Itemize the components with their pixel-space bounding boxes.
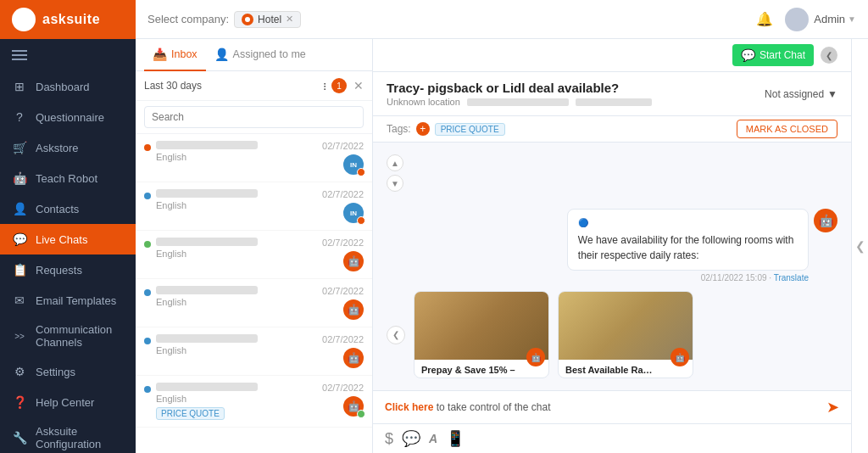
not-assigned-chevron-icon: ▼ [827,88,837,100]
sidebar-item-questionnaire[interactable]: ? Questionnaire [0,102,136,132]
hotel-card: 🤖 Best Available Ra… €197.10/Per nigh… T… [558,291,693,378]
filter-period[interactable]: Last 30 days [144,80,322,92]
bot-tag-icon: 🤖 [670,348,689,366]
contacts-icon: 👤 [12,201,27,216]
sidebar-item-teach-robot[interactable]: 🤖 Teach Robot [0,163,136,193]
company-chip[interactable]: Hotel ✕ [234,11,301,28]
send-icon[interactable]: ➤ [826,398,839,417]
unread-dot [144,144,151,151]
chat-item-right: 02/7/2022 IN [322,141,364,175]
sidebar-item-help-center[interactable]: ❓ Help Center [0,387,136,417]
chat-item-lang: English [156,152,322,162]
chat-list-item[interactable]: English PRICE QUOTE 02/7/2022 🤖 [136,376,372,428]
chat-list-item[interactable]: English 02/7/2022 🤖 [136,327,372,376]
chat-item-right: 02/7/2022 🤖 [322,334,364,368]
chat-list-item[interactable]: English 02/7/2022 🤖 [136,231,372,279]
chat-item-lang: English [156,297,322,307]
sidebar-item-label: Asksuite Configuration [36,425,124,450]
assigned-tab-icon: 👤 [214,48,229,61]
tab-inbox[interactable]: 📥 Inbox [144,39,206,71]
sidebar-item-requests[interactable]: 📋 Requests [0,254,136,285]
chat-header-info: Tracy- pigsback or Lidl deal available? … [387,81,765,107]
hotel-card-image [415,292,548,360]
click-here-link[interactable]: Click here [385,401,433,413]
chat-item-right: 02/7/2022 🤖 [322,286,364,320]
chat-main: 💬 Start Chat ❮ Tracy- pigsback or Lidl d… [373,39,851,453]
teach-robot-icon: 🤖 [12,171,27,186]
dashboard-icon: ⊞ [12,79,27,94]
chat-item-lang: English [156,249,322,259]
chat-item-date: 02/7/2022 [322,238,364,248]
sidebar-item-live-chats[interactable]: 💬 Live Chats [0,224,136,254]
tab-assigned[interactable]: 👤 Assigned to me [206,39,314,71]
inbox-tab-icon: 📥 [153,48,167,61]
sidebar-item-email-templates[interactable]: ✉ Email Templates [0,285,136,316]
dollar-icon[interactable]: $ [385,430,393,448]
sidebar-item-contacts[interactable]: 👤 Contacts [0,193,136,224]
chat-item-date: 02/7/2022 [322,334,364,344]
click-here-description: to take control of the chat [437,401,551,413]
chat-item-info: English [156,189,322,210]
message-source-icon: 🔵 [578,216,588,229]
sidebar-logo: asksuite [0,0,136,39]
comment-icon[interactable]: 💬 [402,429,420,448]
chat-messages: ▲ ▼ 🔵 We have availability for the follo… [373,143,851,390]
sidebar-item-settings[interactable]: ⚙ Settings [0,356,136,387]
sidebar-item-dashboard[interactable]: ⊞ Dashboard [0,71,136,102]
sidebar-item-label: Email Templates [36,294,116,307]
translate-link[interactable]: Translate [774,273,809,282]
scroll-down-button[interactable]: ▼ [387,175,403,192]
search-input[interactable] [144,106,364,128]
filter-close-icon[interactable]: ✕ [353,79,364,92]
chat-item-info: English PRICE QUOTE [156,383,322,420]
sidebar-item-label: Teach Robot [36,172,97,185]
click-here-bar: Click here to take control of the chat ➤ [373,390,851,423]
collapse-right-icon[interactable]: ❮ [821,47,837,64]
chat-list-item[interactable]: English 02/7/2022 IN [136,134,372,182]
sidebar-item-label: Settings [36,366,75,378]
chat-item-name [156,286,258,294]
chat-navigation: ▲ ▼ [387,154,403,192]
sidebar-item-label: Askstore [36,142,79,154]
sidebar-item-communication-channels[interactable]: >> Communication Channels [0,316,136,356]
panel-collapse-button[interactable]: ❮ [851,39,868,453]
sidebar-item-label: Contacts [36,203,79,215]
click-here-text: Click here to take control of the chat [385,401,820,413]
chat-list-item[interactable]: English 02/7/2022 🤖 [136,279,372,327]
mark-as-closed-button[interactable]: MARK AS CLOSED [737,120,837,138]
add-tag-button[interactable]: + [416,122,430,136]
whatsapp-icon[interactable]: 📱 [446,429,465,448]
avatar [785,8,809,31]
bot-message: 🔵 We have availability for the following… [567,209,837,282]
chat-item-right: 02/7/2022 IN [322,189,364,223]
translate-icon[interactable]: A [429,432,437,445]
whatsapp-icon: 💬 [741,48,755,62]
scroll-up-button[interactable]: ▲ [387,154,403,171]
logo-text: asksuite [42,12,100,27]
unread-dot [144,338,151,344]
chat-item-name [156,141,258,149]
start-chat-label: Start Chat [760,49,805,61]
chat-list-item[interactable]: English 02/7/2022 IN [136,182,372,231]
start-chat-button[interactable]: 💬 Start Chat [732,44,814,66]
chat-item-info: English [156,141,322,162]
sidebar-item-askstore[interactable]: 🛒 Askstore [0,132,136,163]
cards-prev-button[interactable]: ❮ [387,326,405,344]
message-bubble: 🔵 We have availability for the following… [567,209,809,271]
bell-icon[interactable]: 🔔 [756,11,773,27]
company-remove-icon[interactable]: ✕ [286,14,293,25]
user-menu[interactable]: Admin ▼ [785,8,856,31]
company-select-label: Select company: [147,13,229,25]
inbox-filter-bar: Last 30 days ⫶ 1 ✕ [136,71,372,101]
chat-item-right: 02/7/2022 🤖 [322,238,364,271]
hamburger-menu[interactable] [0,39,136,71]
message-source: 🔵 [578,216,798,229]
sidebar-item-asksuite-configuration[interactable]: 🔧 Asksuite Configuration [0,417,136,453]
sidebar-item-label: Requests [36,264,82,277]
price-quote-tag: PRICE QUOTE [435,123,505,136]
chat-location: Unknown location [387,97,460,107]
chat-item-name [156,189,258,198]
sidebar-item-label: Communication Channels [36,323,124,349]
chat-subtitle: Unknown location [387,97,765,107]
hotel-cards-container: ❮ 🤖 Prepay & Save 15% – €168.00/Per nigh… [387,291,837,378]
